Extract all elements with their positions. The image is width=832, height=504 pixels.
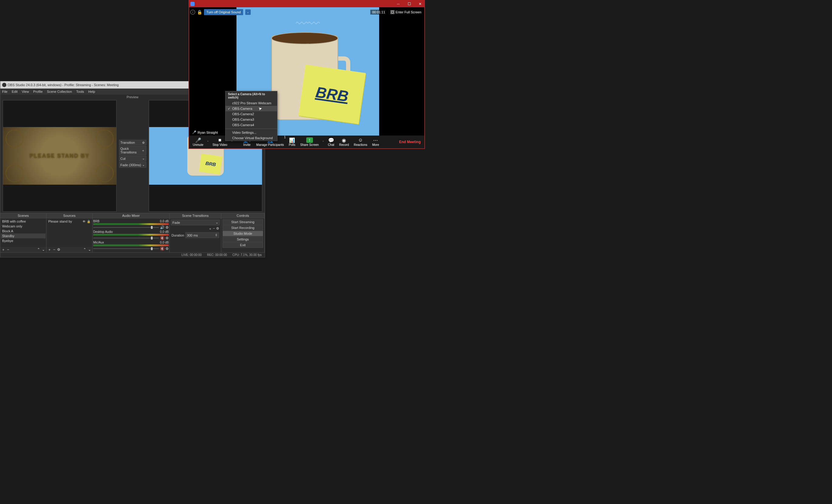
gear-icon[interactable]: ⚙	[165, 247, 169, 251]
original-sound-button[interactable]: Turn off Original Sound	[204, 9, 243, 15]
gear-icon[interactable]: ⚙	[57, 248, 60, 252]
meeting-timer: 00:01:11	[370, 10, 387, 15]
virtual-background-option[interactable]: Choose Virtual Background	[226, 135, 277, 141]
volume-slider[interactable]	[93, 248, 159, 249]
share-chevron-icon[interactable]: ⌃	[321, 136, 326, 148]
add-icon[interactable]: ＋	[48, 247, 51, 252]
up-icon[interactable]: ⌃	[37, 248, 40, 252]
menu-edit[interactable]: Edit	[12, 90, 18, 93]
scene-item[interactable]: BRB with coffee	[1, 219, 46, 224]
eye-icon[interactable]: 👁	[83, 220, 86, 223]
menu-profile[interactable]: Profile	[33, 90, 43, 93]
fullscreen-button[interactable]: Enter Full Screen	[389, 10, 423, 15]
obs-panels: Scenes BRB with coffee Webcam only Block…	[0, 213, 265, 252]
fade-button[interactable]: Fade (300ms)⌄	[119, 162, 146, 168]
polls-button[interactable]: 📊Polls	[286, 136, 298, 148]
scene-item[interactable]: Webcam only	[1, 224, 46, 229]
chat-button[interactable]: 💬Chat	[326, 136, 337, 148]
zoom-toolbar: 🎤Unmute ⌃ ■Stop Video ⌃ 👤+Invite 👥1Manag…	[189, 136, 424, 148]
chevron-down-icon[interactable]: ⌄	[142, 157, 145, 161]
transition-button[interactable]: Transition⚙	[119, 140, 146, 145]
remove-icon[interactable]: −	[213, 226, 215, 231]
menu-file[interactable]: File	[2, 90, 7, 93]
speaker-muted-icon[interactable]: 🔇	[160, 236, 164, 240]
minimize-button[interactable]: ─	[395, 2, 401, 6]
mic-muted-icon: 🎤	[192, 131, 197, 134]
settings-button[interactable]: Settings	[223, 236, 263, 242]
zoom-topbar: i 🔒 Turn off Original Sound ⌄ 00:01:11 E…	[190, 8, 423, 16]
add-icon[interactable]: ＋	[1, 247, 5, 252]
volume-slider[interactable]	[93, 238, 159, 239]
scene-item[interactable]: Block A	[1, 229, 46, 233]
cut-button[interactable]: Cut⌄	[119, 156, 146, 161]
fullscreen-icon	[391, 10, 394, 14]
plus-icon[interactable]: ＋	[141, 148, 145, 153]
camera-option[interactable]: OBS-Camera4	[226, 122, 277, 128]
gear-icon[interactable]: ⚙	[216, 226, 219, 231]
record-button[interactable]: ◉Record	[337, 136, 351, 148]
duration-label: Duration	[172, 233, 184, 237]
chevron-down-icon[interactable]: ⌄	[142, 163, 145, 167]
gear-icon[interactable]: ⚙	[165, 225, 169, 229]
menu-view[interactable]: View	[22, 90, 29, 93]
volume-slider[interactable]	[93, 227, 159, 228]
speaker-muted-icon[interactable]: 🔇	[160, 247, 164, 251]
transition-type-select[interactable]: Fade⌄	[171, 220, 220, 225]
reactions-button[interactable]: ☺Reactions	[352, 136, 370, 148]
source-item[interactable]: Please stand by 👁🔒	[47, 219, 92, 224]
sound-chevron-icon[interactable]: ⌄	[245, 9, 251, 15]
audio-chevron-icon[interactable]: ⌃	[206, 136, 210, 148]
status-live: LIVE: 00:00:00	[182, 253, 202, 256]
mixer-meter	[93, 234, 169, 235]
end-meeting-button[interactable]: End Meeting	[397, 140, 423, 144]
more-button[interactable]: ⋯More	[370, 136, 382, 148]
exit-button[interactable]: Exit	[223, 242, 263, 248]
scene-item[interactable]: Standby	[1, 233, 46, 239]
camera-select-popup: Select a Camera (Alt+N to switch) c922 P…	[225, 91, 278, 141]
start-recording-button[interactable]: Start Recording	[223, 225, 263, 230]
brb-note: BRB	[298, 64, 366, 124]
start-streaming-button[interactable]: Start Streaming	[223, 219, 263, 225]
quick-transitions-button[interactable]: Quick Transitions＋	[119, 146, 146, 155]
preview-box[interactable]: PLEASE STAND BY	[3, 100, 116, 212]
obs-title: OBS Studio 24.0.3 (64-bit, windows) - Pr…	[7, 83, 119, 87]
scene-item[interactable]: Byebye	[1, 239, 46, 243]
speaker-icon[interactable]: 🔊	[160, 225, 164, 229]
zoom-app-icon	[190, 2, 194, 6]
close-button[interactable]: ✕	[417, 2, 423, 6]
scenes-title: Scenes	[0, 213, 46, 218]
menu-help[interactable]: Help	[88, 90, 95, 93]
maximize-button[interactable]: ☐	[406, 2, 412, 6]
mixer-meter	[93, 223, 169, 225]
up-icon[interactable]: ⌃	[83, 248, 86, 252]
mixer-row: Mic/Aux0.0 dB 🔇⚙	[93, 241, 169, 251]
camera-option[interactable]: OBS-Camera2	[226, 111, 277, 117]
transition-column: Transition⚙ Quick Transitions＋ Cut⌄ Fade…	[119, 96, 146, 212]
zoom-window: ─ ☐ ✕ 〰〰 BRB i 🔒 Turn off Original Sound…	[188, 0, 425, 149]
duration-input[interactable]: 300 ms⇳	[185, 232, 219, 238]
info-icon[interactable]: i	[190, 10, 195, 15]
standby-text: PLEASE STAND BY	[29, 153, 89, 159]
down-icon[interactable]: ⌄	[88, 248, 91, 252]
lock-icon[interactable]: 🔒	[87, 220, 90, 223]
zoom-titlebar[interactable]: ─ ☐ ✕	[189, 1, 424, 7]
camera-option[interactable]: OBS-Camera	[226, 106, 277, 111]
down-icon[interactable]: ⌄	[42, 248, 45, 252]
menu-scene-collection[interactable]: Scene Collection	[47, 90, 72, 93]
share-screen-button[interactable]: ↑Share Screen	[298, 136, 321, 148]
standby-image: PLEASE STAND BY	[3, 127, 116, 185]
menu-tools[interactable]: Tools	[76, 90, 84, 93]
studio-mode-button[interactable]: Studio Mode	[223, 231, 263, 236]
mixer-row: BRB0.0 dB 🔊⚙	[93, 220, 169, 229]
remove-icon[interactable]: −	[53, 248, 55, 252]
camera-option[interactable]: OBS-Camera3	[226, 117, 277, 122]
mixer-meter	[93, 245, 169, 246]
remove-icon[interactable]: −	[7, 248, 9, 252]
gear-icon[interactable]: ⚙	[142, 141, 145, 144]
add-icon[interactable]: ＋	[209, 226, 212, 231]
gear-icon[interactable]: ⚙	[165, 236, 169, 240]
video-settings-option[interactable]: Video Settings...	[226, 130, 277, 135]
camera-option[interactable]: c922 Pro Stream Webcam	[226, 101, 277, 106]
encryption-lock-icon[interactable]: 🔒	[197, 10, 202, 15]
unmute-button[interactable]: 🎤Unmute	[190, 136, 206, 148]
